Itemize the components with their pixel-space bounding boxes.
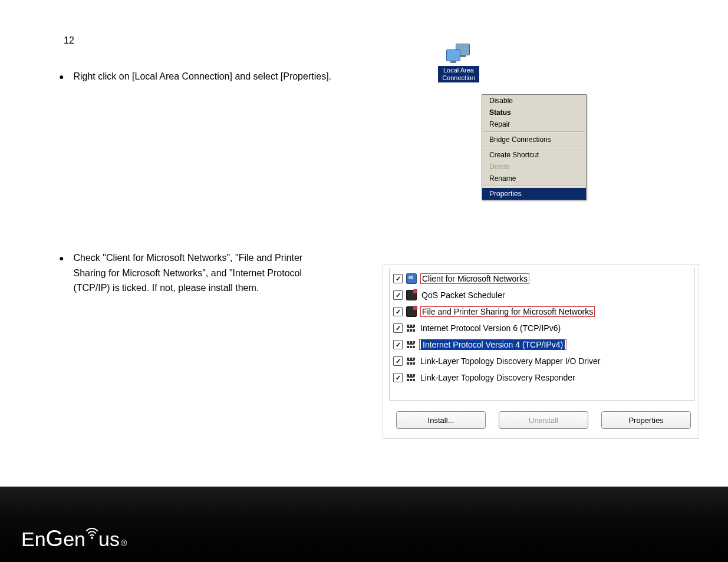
list-item-ipv6[interactable]: ✓ Internet Protocol Version 6 (TCP/IPv6) — [393, 320, 691, 336]
bullet-2-text: Check "Client for Microsoft Networks", "… — [73, 250, 302, 296]
list-label: Link-Layer Topology Discovery Responder — [419, 373, 577, 382]
menu-separator — [483, 186, 585, 187]
list-label-ipv4-highlighted: Internet Protocol Version 4 (TCP/IPv4) — [419, 339, 566, 350]
menu-separator — [483, 131, 585, 133]
list-item-lltd-mapper[interactable]: ✓ Link-Layer Topology Discovery Mapper I… — [393, 353, 691, 369]
protocol-icon — [406, 340, 416, 349]
local-area-connection-label: Local AreaConnection — [438, 66, 479, 82]
qos-icon — [406, 290, 417, 300]
checkbox-checked-icon[interactable]: ✓ — [393, 307, 403, 316]
bullet-dot-icon: ● — [59, 71, 71, 83]
menu-bridge-connections[interactable]: Bridge Connections — [482, 134, 586, 146]
properties-button[interactable]: Properties — [601, 411, 691, 429]
engenius-logo: EnGenus® — [21, 526, 127, 551]
protocol-icon — [406, 323, 416, 333]
checkbox-checked-icon[interactable]: ✓ — [393, 356, 403, 366]
button-row: Install... Uninstall Properties — [389, 411, 695, 429]
checkbox-checked-icon[interactable]: ✓ — [393, 274, 403, 283]
menu-repair[interactable]: Repair — [482, 118, 586, 130]
menu-status[interactable]: Status — [482, 107, 586, 118]
checkbox-checked-icon[interactable]: ✓ — [393, 290, 403, 300]
local-area-connection-icon[interactable]: Local AreaConnection — [438, 42, 479, 82]
protocol-icon — [406, 373, 416, 382]
bullet-dot-icon: ● — [59, 252, 71, 265]
bullet-1-text: Right click on [Local Area Connection] a… — [73, 70, 331, 84]
svg-point-0 — [91, 537, 93, 539]
install-button[interactable]: Install... — [396, 411, 486, 429]
list-label: Internet Protocol Version 6 (TCP/IPv6) — [419, 323, 562, 333]
brand-text: En — [21, 528, 46, 551]
list-item-qos[interactable]: ✓ QoS Packet Scheduler — [393, 287, 691, 303]
list-label: Client for Microsoft Networks — [420, 273, 529, 284]
checkbox-checked-icon[interactable]: ✓ — [393, 340, 403, 349]
list-label: File and Printer Sharing for Microsoft N… — [420, 306, 595, 317]
client-service-icon — [406, 273, 417, 284]
menu-separator — [483, 147, 585, 148]
menu-rename[interactable]: Rename — [482, 173, 586, 184]
list-label: Link-Layer Topology Discovery Mapper I/O… — [419, 356, 602, 366]
bullet-1: ● Right click on [Local Area Connection]… — [59, 70, 331, 84]
context-menu: Disable Status Repair Bridge Connections… — [482, 94, 587, 200]
page-footer: EnGenus® — [0, 487, 728, 562]
page-number: 12 — [64, 35, 74, 46]
list-item-lltd-responder[interactable]: ✓ Link-Layer Topology Discovery Responde… — [393, 369, 691, 386]
menu-properties[interactable]: Properties — [482, 188, 586, 200]
registered-mark: ® — [121, 538, 127, 548]
brand-text: G — [46, 526, 64, 551]
list-item-ipv4[interactable]: ✓ Internet Protocol Version 4 (TCP/IPv4) — [393, 336, 691, 353]
checkbox-checked-icon[interactable]: ✓ — [393, 323, 403, 333]
list-item-client-ms[interactable]: ✓ Client for Microsoft Networks — [393, 270, 691, 287]
checkbox-checked-icon[interactable]: ✓ — [393, 373, 403, 382]
document-page: 12 ● Right click on [Local Area Connecti… — [0, 0, 728, 562]
bullet-2-line3: (TCP/IP) is ticked. If not, please insta… — [73, 283, 259, 293]
network-components-list[interactable]: ✓ Client for Microsoft Networks ✓ QoS Pa… — [389, 268, 695, 401]
uninstall-button: Uninstall — [499, 411, 588, 429]
list-label: QoS Packet Scheduler — [420, 290, 506, 300]
brand-text: us — [98, 528, 120, 551]
brand-text: en — [63, 528, 85, 551]
menu-delete: Delete — [482, 161, 586, 173]
file-printer-icon — [406, 306, 417, 317]
bullet-2: ● Check "Client for Microsoft Networks",… — [59, 250, 377, 296]
protocol-icon — [406, 356, 416, 366]
menu-create-shortcut[interactable]: Create Shortcut — [482, 149, 586, 161]
network-components-panel: ✓ Client for Microsoft Networks ✓ QoS Pa… — [383, 264, 699, 439]
bullet-2-line2: Sharing for Microsoft Networks", and "In… — [73, 268, 302, 278]
bullet-2-line1: Check "Client for Microsoft Networks", "… — [73, 253, 302, 263]
wifi-icon — [86, 532, 98, 546]
network-monitors-icon — [445, 42, 472, 65]
list-item-file-printer[interactable]: ✓ File and Printer Sharing for Microsoft… — [393, 303, 691, 320]
menu-disable[interactable]: Disable — [482, 95, 586, 107]
